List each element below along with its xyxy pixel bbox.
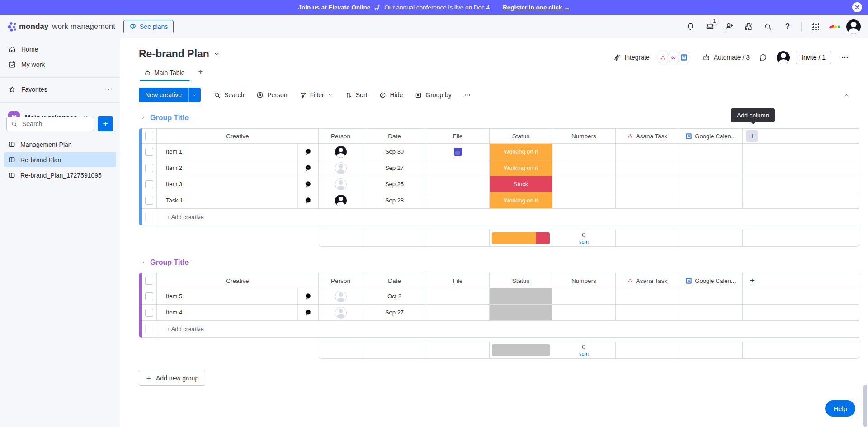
status-label[interactable]: Working on it [490,192,552,208]
open-item-chat-button[interactable] [297,176,318,192]
product-switcher-button[interactable] [807,19,823,34]
person-cell[interactable] [319,192,363,208]
column-file[interactable]: File [426,273,490,288]
gcal-cell[interactable] [679,160,743,176]
invite-button[interactable]: Invite / 1 [796,51,831,64]
numbers-cell[interactable] [552,160,616,176]
sidebar-board-management-plan[interactable]: Management Plan [4,137,116,152]
open-item-chat-button[interactable] [297,288,318,304]
tab-main-table[interactable]: Main Table [140,69,190,80]
chevron-down-icon[interactable] [105,86,112,93]
sidebar-item-my-work[interactable]: My work [4,58,116,71]
numbers-sum[interactable]: 0 sum [579,232,589,244]
numbers-cell[interactable] [552,144,616,160]
gcal-cell[interactable] [679,176,743,192]
sidebar-item-home[interactable]: Home [4,42,116,56]
status-distribution-bar[interactable] [492,344,550,356]
row-checkbox[interactable] [142,305,157,320]
add-column-button[interactable]: + [746,130,758,142]
status-label[interactable]: Working on it [490,160,552,176]
numbers-cell[interactable] [552,288,616,304]
status-label[interactable]: Working on it [490,144,552,160]
person-cell[interactable] [319,176,363,192]
column-numbers[interactable]: Numbers [552,129,616,143]
see-plans-button[interactable]: See plans [123,20,174,33]
column-person[interactable]: Person [319,129,363,143]
asana-cell[interactable] [616,192,679,208]
asana-cell[interactable] [616,160,679,176]
column-gcal[interactable]: 31 Google Calen... [679,273,743,288]
sidebar-item-favorites[interactable]: Favorites [4,83,116,96]
person-cell[interactable] [319,305,363,320]
board-chat-button[interactable] [755,50,771,65]
numbers-sum[interactable]: 0 sum [579,344,589,356]
add-view-button[interactable]: + [193,67,208,80]
help-button[interactable]: Help [825,400,855,417]
collapse-header-button[interactable] [840,89,853,101]
new-creative-dropdown[interactable] [188,88,201,102]
file-cell[interactable] [426,144,490,160]
item-name[interactable]: Task 1 [157,192,297,208]
date-cell[interactable]: Sep 25 [363,176,426,192]
date-cell[interactable]: Oct 2 [363,288,426,304]
row-checkbox[interactable] [142,176,157,192]
status-label-empty[interactable] [490,305,552,320]
file-cell[interactable] [426,192,490,208]
item-name[interactable]: Item 5 [157,288,297,304]
board-options-button[interactable] [837,50,853,65]
asana-cell[interactable] [616,144,679,160]
item-name[interactable]: Item 3 [157,176,297,192]
user-avatar[interactable] [846,19,861,34]
search-tool[interactable]: Search [210,88,248,102]
filter-tool[interactable]: Filter [296,88,337,102]
add-creative-button[interactable]: + Add creative [157,214,204,221]
help-menu-button[interactable]: ? [780,19,795,34]
asana-cell[interactable] [616,176,679,192]
column-gcal[interactable]: 31 Google Calen... [679,129,743,143]
gcal-cell[interactable] [679,288,743,304]
date-cell[interactable]: Sep 28 [363,192,426,208]
banner-register-link[interactable]: Register in one click → [503,4,570,11]
row-checkbox[interactable] [142,160,157,176]
add-creative-button[interactable]: + Add creative [157,326,204,333]
file-cell[interactable] [426,305,490,320]
status-distribution-bar[interactable] [492,232,550,244]
asana-cell[interactable] [616,288,679,304]
banner-close-button[interactable] [852,2,862,12]
sidebar-board-rebrand-plan-copy[interactable]: Re-brand_Plan_1727591095 [4,168,116,183]
inbox-button[interactable]: 1 [702,19,717,34]
open-item-chat-button[interactable] [297,144,318,160]
gcal-cell[interactable] [679,305,743,320]
chevron-down-icon[interactable] [140,259,146,266]
item-name[interactable]: Item 4 [157,305,297,320]
select-all-checkbox[interactable] [142,129,157,143]
column-asana[interactable]: Asana Task [616,129,679,143]
item-name[interactable]: Item 2 [157,160,297,176]
date-cell[interactable]: Sep 27 [363,305,426,320]
open-item-chat-button[interactable] [297,305,318,320]
file-cell[interactable] [426,160,490,176]
toolbar-more-button[interactable] [460,88,475,102]
column-creative[interactable]: Creative [157,273,319,288]
new-creative-button[interactable]: New creative [139,88,201,102]
add-board-button[interactable]: + [98,116,113,131]
column-file[interactable]: File [426,129,490,143]
hide-tool[interactable]: Hide [375,88,406,102]
sort-tool[interactable]: Sort [341,88,371,102]
automate-button[interactable]: Automate / 3 [702,53,750,62]
gcal-cell[interactable] [679,192,743,208]
board-title[interactable]: Re-brand Plan [139,48,221,60]
column-person[interactable]: Person [319,273,363,288]
file-cell[interactable] [426,288,490,304]
column-date[interactable]: Date [363,129,426,143]
status-label-empty[interactable] [490,288,552,304]
person-cell[interactable] [319,288,363,304]
status-label[interactable]: Stuck [490,176,552,192]
sidebar-search[interactable] [6,117,94,131]
numbers-cell[interactable] [552,176,616,192]
asana-cell[interactable] [616,305,679,320]
chevron-down-icon[interactable] [140,115,146,121]
open-item-chat-button[interactable] [297,192,318,208]
row-checkbox[interactable] [142,192,157,208]
chevron-down-icon[interactable] [327,92,333,98]
